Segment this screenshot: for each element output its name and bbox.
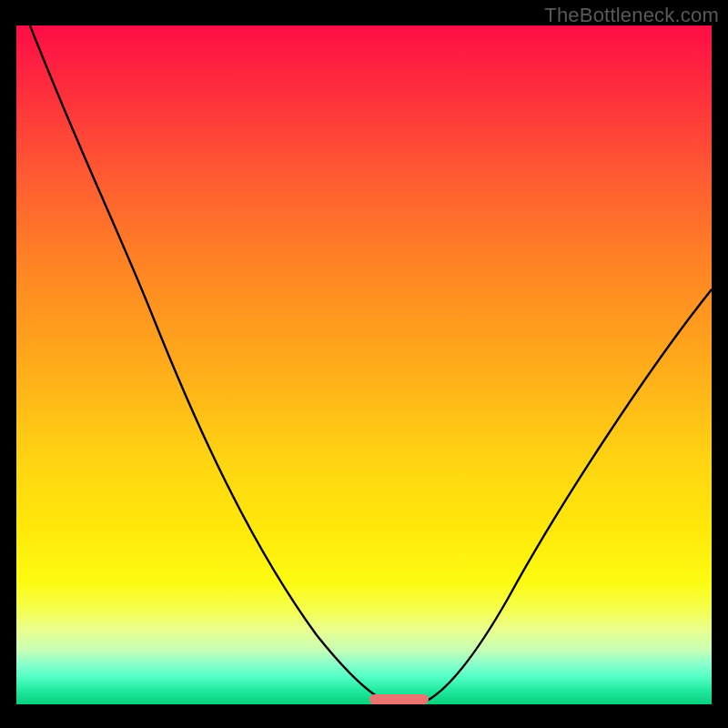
watermark-label: TheBottleneck.com (544, 4, 719, 27)
chart-frame: TheBottleneck.com (0, 0, 728, 728)
bottleneck-curve-path (30, 25, 712, 703)
plot-area (16, 25, 712, 704)
optimal-range-marker (369, 694, 429, 704)
bottleneck-curve (16, 25, 712, 704)
